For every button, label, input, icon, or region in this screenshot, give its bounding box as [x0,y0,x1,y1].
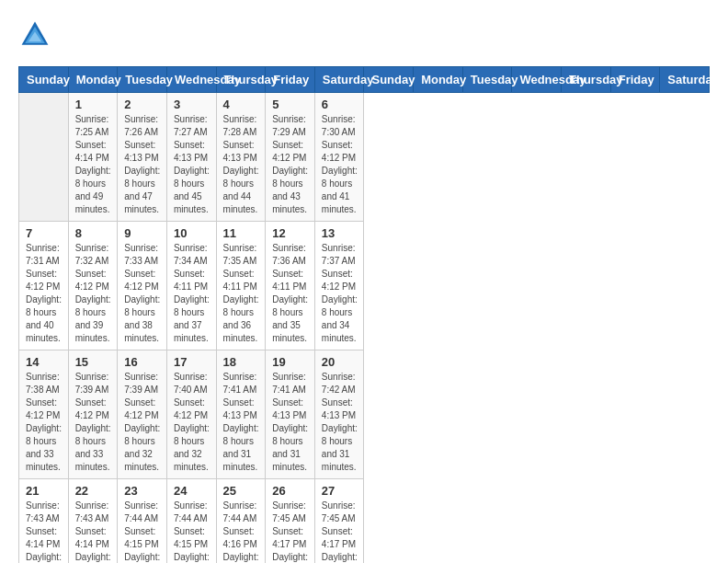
day-number: 2 [124,98,160,111]
day-number: 10 [174,226,210,240]
day-number: 22 [75,484,111,498]
calendar-cell: 1Sunrise: 7:25 AMSunset: 4:14 PMDaylight… [68,93,118,222]
day-number: 20 [322,355,358,369]
cell-info: Sunrise: 7:42 AMSunset: 4:13 PMDaylight:… [322,371,358,474]
calendar-cell: 20Sunrise: 7:42 AMSunset: 4:13 PMDayligh… [314,350,364,479]
cell-info: Sunrise: 7:30 AMSunset: 4:12 PMDaylight:… [322,113,358,216]
calendar-table: SundayMondayTuesdayWednesdayThursdayFrid… [18,66,710,563]
cell-info: Sunrise: 7:45 AMSunset: 4:17 PMDaylight:… [272,500,308,563]
header-saturday: Saturday [314,67,364,93]
cell-info: Sunrise: 7:39 AMSunset: 4:12 PMDaylight:… [75,371,111,474]
day-number: 26 [272,484,308,498]
cell-info: Sunrise: 7:27 AMSunset: 4:13 PMDaylight:… [174,113,210,216]
cell-info: Sunrise: 7:25 AMSunset: 4:14 PMDaylight:… [75,113,111,216]
cell-info: Sunrise: 7:44 AMSunset: 4:16 PMDaylight:… [223,500,259,563]
day-number: 18 [223,355,259,369]
calendar-cell: 27Sunrise: 7:45 AMSunset: 4:17 PMDayligh… [314,479,364,564]
cell-info: Sunrise: 7:33 AMSunset: 4:12 PMDaylight:… [124,242,160,345]
calendar-cell: 18Sunrise: 7:41 AMSunset: 4:13 PMDayligh… [216,350,266,479]
cell-info: Sunrise: 7:38 AMSunset: 4:12 PMDaylight:… [26,371,62,474]
cell-info: Sunrise: 7:29 AMSunset: 4:12 PMDaylight:… [272,113,308,216]
calendar-cell: 22Sunrise: 7:43 AMSunset: 4:14 PMDayligh… [68,479,118,564]
day-number: 1 [75,98,111,111]
day-number: 8 [75,226,111,240]
day-number: 9 [124,226,160,240]
calendar-cell: 2Sunrise: 7:26 AMSunset: 4:13 PMDaylight… [118,93,167,222]
calendar-cell: 3Sunrise: 7:27 AMSunset: 4:13 PMDaylight… [166,93,216,222]
weekday-header-tuesday: Tuesday [462,67,512,93]
calendar-cell: 7Sunrise: 7:31 AMSunset: 4:12 PMDaylight… [19,222,69,350]
logo [18,18,57,52]
day-number: 15 [75,355,111,369]
header-tuesday: Tuesday [118,67,167,93]
cell-info: Sunrise: 7:28 AMSunset: 4:13 PMDaylight:… [223,113,259,216]
calendar-week-1: 1Sunrise: 7:25 AMSunset: 4:14 PMDaylight… [19,93,710,222]
calendar-cell: 4Sunrise: 7:28 AMSunset: 4:13 PMDaylight… [216,93,266,222]
weekday-header-sunday: Sunday [364,67,414,93]
weekday-header-thursday: Thursday [562,67,611,93]
day-number: 5 [272,98,308,111]
cell-info: Sunrise: 7:31 AMSunset: 4:12 PMDaylight:… [26,242,62,345]
header-monday: Monday [68,67,118,93]
cell-info: Sunrise: 7:26 AMSunset: 4:13 PMDaylight:… [124,113,160,216]
calendar-week-3: 14Sunrise: 7:38 AMSunset: 4:12 PMDayligh… [19,350,710,479]
day-number: 23 [124,484,160,498]
calendar-cell: 11Sunrise: 7:35 AMSunset: 4:11 PMDayligh… [216,222,266,350]
cell-info: Sunrise: 7:36 AMSunset: 4:11 PMDaylight:… [272,242,308,345]
calendar-cell: 21Sunrise: 7:43 AMSunset: 4:14 PMDayligh… [19,479,69,564]
calendar-cell: 16Sunrise: 7:39 AMSunset: 4:12 PMDayligh… [118,350,167,479]
calendar-cell: 19Sunrise: 7:41 AMSunset: 4:13 PMDayligh… [266,350,315,479]
cell-info: Sunrise: 7:37 AMSunset: 4:12 PMDaylight:… [322,242,358,345]
cell-info: Sunrise: 7:43 AMSunset: 4:14 PMDaylight:… [26,500,62,563]
cell-info: Sunrise: 7:41 AMSunset: 4:13 PMDaylight:… [272,371,308,474]
calendar-week-4: 21Sunrise: 7:43 AMSunset: 4:14 PMDayligh… [19,479,710,564]
weekday-header-wednesday: Wednesday [512,67,562,93]
day-number: 6 [322,98,358,111]
calendar-cell: 24Sunrise: 7:44 AMSunset: 4:15 PMDayligh… [166,479,216,564]
calendar-cell: 25Sunrise: 7:44 AMSunset: 4:16 PMDayligh… [216,479,266,564]
day-number: 27 [322,484,358,498]
day-number: 4 [223,98,259,111]
cell-info: Sunrise: 7:40 AMSunset: 4:12 PMDaylight:… [174,371,210,474]
day-number: 14 [26,355,62,369]
cell-info: Sunrise: 7:41 AMSunset: 4:13 PMDaylight:… [223,371,259,474]
calendar-cell: 5Sunrise: 7:29 AMSunset: 4:12 PMDaylight… [266,93,315,222]
calendar-cell: 12Sunrise: 7:36 AMSunset: 4:11 PMDayligh… [266,222,315,350]
header-thursday: Thursday [216,67,266,93]
calendar-cell: 9Sunrise: 7:33 AMSunset: 4:12 PMDaylight… [118,222,167,350]
day-number: 3 [174,98,210,111]
calendar-cell: 13Sunrise: 7:37 AMSunset: 4:12 PMDayligh… [314,222,364,350]
header-friday: Friday [266,67,315,93]
cell-info: Sunrise: 7:34 AMSunset: 4:11 PMDaylight:… [174,242,210,345]
cell-info: Sunrise: 7:44 AMSunset: 4:15 PMDaylight:… [124,500,160,563]
header-sunday: Sunday [19,67,69,93]
cell-info: Sunrise: 7:45 AMSunset: 4:17 PMDaylight:… [322,500,358,563]
weekday-header-saturday: Saturday [660,67,710,93]
cell-info: Sunrise: 7:32 AMSunset: 4:12 PMDaylight:… [75,242,111,345]
weekday-header-monday: Monday [414,67,463,93]
calendar-cell: 8Sunrise: 7:32 AMSunset: 4:12 PMDaylight… [68,222,118,350]
calendar-cell: 6Sunrise: 7:30 AMSunset: 4:12 PMDaylight… [314,93,364,222]
header-wednesday: Wednesday [166,67,216,93]
cell-info: Sunrise: 7:43 AMSunset: 4:14 PMDaylight:… [75,500,111,563]
logo-icon [18,18,51,52]
cell-info: Sunrise: 7:44 AMSunset: 4:15 PMDaylight:… [174,500,210,563]
day-number: 21 [26,484,62,498]
day-number: 24 [174,484,210,498]
day-number: 19 [272,355,308,369]
calendar-week-2: 7Sunrise: 7:31 AMSunset: 4:12 PMDaylight… [19,222,710,350]
day-number: 17 [174,355,210,369]
calendar-cell: 23Sunrise: 7:44 AMSunset: 4:15 PMDayligh… [118,479,167,564]
calendar-cell: 15Sunrise: 7:39 AMSunset: 4:12 PMDayligh… [68,350,118,479]
cell-info: Sunrise: 7:35 AMSunset: 4:11 PMDaylight:… [223,242,259,345]
calendar-header-row: SundayMondayTuesdayWednesdayThursdayFrid… [19,67,710,93]
page-header [18,18,710,52]
day-number: 7 [26,226,62,240]
calendar-cell: 17Sunrise: 7:40 AMSunset: 4:12 PMDayligh… [166,350,216,479]
calendar-cell: 10Sunrise: 7:34 AMSunset: 4:11 PMDayligh… [166,222,216,350]
calendar-cell: 14Sunrise: 7:38 AMSunset: 4:12 PMDayligh… [19,350,69,479]
calendar-cell [19,93,69,222]
calendar-cell: 26Sunrise: 7:45 AMSunset: 4:17 PMDayligh… [266,479,315,564]
day-number: 12 [272,226,308,240]
day-number: 25 [223,484,259,498]
